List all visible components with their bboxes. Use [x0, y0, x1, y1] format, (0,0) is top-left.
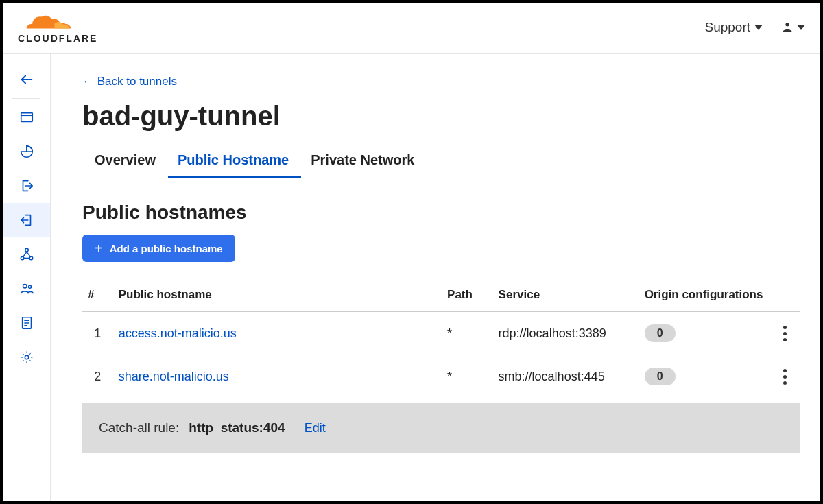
tab-private-network[interactable]: Private Network [301, 144, 427, 178]
tab-overview[interactable]: Overview [82, 144, 168, 178]
svg-rect-1 [21, 113, 32, 122]
page-title: bad-guy-tunnel [82, 101, 800, 132]
sidebar-item-analytics[interactable] [3, 134, 50, 169]
sidebar-divider [12, 98, 40, 99]
sidebar-item-logs[interactable] [3, 306, 50, 340]
sidebar-item-network[interactable] [3, 237, 50, 272]
col-origin: Origin configurations [639, 281, 771, 312]
catchall-label: Catch-all rule: [99, 420, 179, 435]
chevron-down-icon [754, 25, 763, 30]
row-actions-menu[interactable] [770, 355, 800, 398]
svg-point-3 [25, 248, 28, 252]
svg-point-0 [785, 23, 789, 26]
table-row: 1 access.not-malicio.us * rdp://localhos… [82, 312, 800, 355]
brand-logo[interactable]: CLOUDFLARE [18, 11, 97, 44]
user-icon [780, 21, 794, 34]
back-to-tunnels-link[interactable]: ← Back to tunnels [82, 75, 177, 88]
sidebar-item-team[interactable] [3, 272, 50, 306]
row-service: smb://localhost:445 [493, 355, 639, 398]
tab-public-hostname[interactable]: Public Hostname [168, 144, 301, 178]
row-path: * [442, 312, 493, 355]
col-hostname: Public hostname [113, 281, 442, 312]
sidebar-item-logout[interactable] [3, 169, 50, 203]
origin-count-pill: 0 [645, 324, 676, 342]
sidebar-item-tunnels[interactable] [3, 203, 50, 237]
add-public-hostname-button[interactable]: + Add a public hostname [82, 235, 235, 262]
hostname-link[interactable]: access.not-malicio.us [119, 326, 237, 340]
col-num: # [82, 281, 113, 312]
arrow-left-icon [19, 72, 34, 87]
row-num: 2 [82, 355, 113, 398]
table-row: 2 share.not-malicio.us * smb://localhost… [82, 355, 800, 398]
sidebar-back[interactable] [3, 62, 50, 97]
cloudflare-cloud-icon [18, 11, 80, 34]
col-actions [770, 281, 800, 312]
tabs: Overview Public Hostname Private Network [82, 144, 800, 178]
main-content: ← Back to tunnels bad-guy-tunnel Overvie… [51, 54, 820, 504]
col-path: Path [442, 281, 493, 312]
brand-name: CLOUDFLARE [18, 33, 97, 44]
catchall-rule-box: Catch-all rule: http_status:404 Edit [82, 403, 800, 453]
catchall-edit-link[interactable]: Edit [305, 421, 326, 435]
exit-icon [19, 178, 34, 193]
add-button-label: Add a public hostname [110, 243, 223, 254]
kebab-icon [776, 369, 794, 385]
hostname-link[interactable]: share.not-malicio.us [119, 370, 229, 383]
kebab-icon [776, 326, 794, 341]
support-label: Support [704, 20, 750, 35]
document-icon [19, 315, 34, 331]
sidebar [3, 54, 51, 504]
pie-chart-icon [19, 144, 34, 159]
support-dropdown[interactable]: Support [704, 20, 763, 35]
svg-point-6 [23, 285, 27, 289]
catchall-value: http_status:404 [189, 420, 285, 435]
network-icon [19, 247, 34, 262]
login-icon [19, 213, 34, 228]
section-title: Public hostnames [82, 202, 800, 224]
gear-icon [19, 350, 34, 365]
user-menu[interactable] [780, 21, 805, 34]
sidebar-item-browser[interactable] [3, 100, 50, 134]
row-actions-menu[interactable] [770, 312, 800, 355]
plus-icon: + [95, 241, 103, 255]
sidebar-item-settings[interactable] [3, 340, 50, 374]
row-service: rdp://localhost:3389 [493, 312, 639, 355]
app-header: CLOUDFLARE Support [3, 3, 820, 54]
origin-count-pill: 0 [645, 368, 676, 385]
row-num: 1 [82, 312, 113, 355]
browser-icon [19, 110, 34, 125]
header-right: Support [704, 20, 805, 35]
col-service: Service [493, 281, 639, 312]
svg-point-7 [28, 285, 31, 288]
hostnames-table: # Public hostname Path Service Origin co… [82, 281, 800, 398]
svg-point-12 [25, 355, 29, 359]
row-path: * [442, 355, 493, 398]
chevron-down-icon [797, 25, 805, 30]
team-icon [19, 281, 34, 296]
